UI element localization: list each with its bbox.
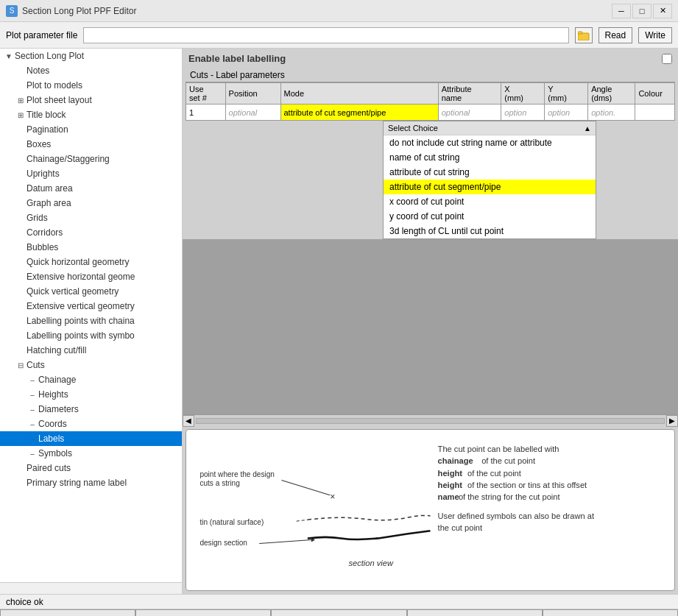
tree-item-paired-cuts[interactable]: Paired cuts — [0, 461, 182, 475]
h-scrollbar[interactable]: ◀ ▶ — [183, 414, 678, 426]
find-button[interactable]: Find — [271, 609, 406, 616]
cell-x[interactable]: option — [501, 105, 545, 121]
cell-attribute[interactable]: optional — [438, 105, 501, 121]
tree-item-quick-h-geom[interactable]: Quick horizontal geometry — [0, 255, 182, 269]
dropdown-header-label: Select Choice — [388, 124, 438, 132]
title-block-expander[interactable]: ⊞ — [15, 109, 27, 121]
heights-dash: – — [27, 389, 38, 400]
dropdown-close-icon[interactable]: ▲ — [584, 124, 591, 132]
cell-angle[interactable]: option. — [588, 105, 635, 121]
tree-item-grids[interactable]: Grids — [0, 210, 182, 225]
hatching-expander — [15, 344, 27, 356]
plot-button[interactable]: Plot — [0, 609, 135, 616]
cell-position[interactable]: optional — [225, 105, 280, 121]
chainage2-dash: – — [27, 374, 38, 386]
boxes-expander — [15, 138, 27, 150]
th-position: Position — [225, 83, 280, 105]
finish-button[interactable]: Finish — [407, 609, 543, 616]
tree-root[interactable]: ▼ Section Long Plot — [0, 49, 182, 63]
left-panel: ▼ Section Long Plot Notes Plot to models… — [0, 49, 183, 594]
tree-item-chainage2[interactable]: – Chainage — [0, 372, 182, 387]
tree-label-corridors: Corridors — [27, 227, 63, 238]
dropdown-item-5[interactable]: y coord of cut point — [384, 209, 596, 224]
enable-label-checkbox[interactable] — [662, 54, 672, 64]
read-button[interactable]: Read — [598, 27, 633, 43]
tree-item-corridors[interactable]: Corridors — [0, 225, 182, 240]
tree-item-ext-h-geom[interactable]: Extensive horizontal geome — [0, 269, 182, 284]
close-button[interactable]: ✕ — [653, 4, 672, 18]
scroll-right-button[interactable]: ▶ — [666, 415, 678, 427]
scroll-left-button[interactable]: ◀ — [183, 415, 194, 427]
tree-label-label-chaina: Labelling points with chaina — [27, 316, 135, 326]
dropdown-item-2[interactable]: attribute of cut string — [384, 165, 596, 180]
tree-item-datum-area[interactable]: Datum area — [0, 181, 182, 196]
tree-item-heights[interactable]: – Heights — [0, 387, 182, 402]
graph-area-expander — [15, 197, 27, 209]
tree-item-cuts[interactable]: ⊟ Cuts — [0, 358, 182, 372]
help-button[interactable]: Help — [543, 609, 678, 616]
tree-hscrollbar[interactable] — [0, 582, 182, 594]
folder-button[interactable] — [575, 27, 593, 43]
tree-item-title-block[interactable]: ⊞ Title block — [0, 107, 182, 122]
tree-root-expander[interactable]: ▼ — [3, 50, 15, 62]
plot-sheet-expander[interactable]: ⊞ — [15, 94, 27, 106]
th-mode: Mode — [280, 83, 438, 105]
coords-dash: – — [27, 418, 38, 430]
th-x-mm: X(mm) — [501, 83, 545, 105]
diagram-text-intro: The cut point can be labelled with — [438, 445, 559, 453]
plot-param-input[interactable] — [83, 27, 568, 43]
tree-item-symbols[interactable]: – Symbols — [0, 446, 182, 461]
tree-item-boxes[interactable]: Boxes — [0, 137, 182, 152]
cell-y[interactable]: option — [545, 105, 588, 121]
maximize-button[interactable]: □ — [632, 4, 651, 18]
diagram-design-section — [308, 531, 431, 539]
tree-label-quick-v-geom: Quick vertical geometry — [27, 286, 119, 297]
tree-item-quick-v-geom[interactable]: Quick vertical geometry — [0, 284, 182, 299]
right-panel: Enable label labelling Cuts - Label para… — [183, 49, 678, 594]
tree-item-chainage[interactable]: Chainage/Staggering — [0, 152, 182, 166]
diagram-design-arrow — [259, 539, 311, 543]
cuts-table: Useset # Position Mode Attributename X(m… — [186, 82, 675, 121]
calc-num-pages-button[interactable]: Calc Num of Pages — [135, 609, 271, 616]
tree-item-bubbles[interactable]: Bubbles — [0, 240, 182, 255]
scroll-track[interactable] — [196, 418, 665, 424]
tree-item-uprights[interactable]: Uprights — [0, 166, 182, 181]
minimize-button[interactable]: ─ — [612, 4, 631, 18]
tree-item-ext-v-geom[interactable]: Extensive vertical geometry — [0, 299, 182, 314]
diagram-text-chainage-bold: chainage — [438, 456, 473, 465]
labels-dash: – — [27, 433, 38, 445]
grids-expander — [15, 212, 27, 224]
dropdown-item-1[interactable]: name of cut string — [384, 150, 596, 165]
diagram-text-height-bold: height — [438, 469, 463, 478]
tree-item-diameters[interactable]: – Diameters — [0, 402, 182, 417]
tree-item-plot-sheet[interactable]: ⊞ Plot sheet layout — [0, 93, 182, 107]
tree-item-label-chaina[interactable]: Labelling points with chaina — [0, 314, 182, 328]
tree-item-notes[interactable]: Notes — [0, 63, 182, 78]
tree-container[interactable]: ▼ Section Long Plot Notes Plot to models… — [0, 49, 182, 582]
tree-item-pagination[interactable]: Pagination — [0, 122, 182, 137]
dropdown-item-0[interactable]: do not include cut string name or attrib… — [384, 135, 596, 150]
tree-item-plot-to-models[interactable]: Plot to models — [0, 78, 182, 93]
cuts-expander[interactable]: ⊟ — [15, 359, 27, 371]
dropdown-item-3[interactable]: attribute of cut segment/pipe — [384, 180, 596, 194]
write-button[interactable]: Write — [638, 27, 672, 43]
tree-item-hatching[interactable]: Hatching cut/fill — [0, 343, 182, 358]
tree-label-paired-cuts: Paired cuts — [27, 463, 71, 473]
app-icon: S — [6, 5, 18, 17]
diagram-design-label: design section — [199, 539, 247, 547]
tree-item-labels[interactable]: – Labels — [0, 431, 182, 446]
diameters-dash: – — [27, 403, 38, 415]
tree-item-coords[interactable]: – Coords — [0, 417, 182, 431]
cell-mode[interactable]: attribute of cut segment/pipe — [280, 105, 438, 121]
diagram-text-user1: User defined symbols can also be drawn a… — [438, 511, 594, 520]
cell-colour[interactable] — [635, 105, 675, 121]
symbols-dash: – — [27, 447, 38, 459]
diagram-area: The cut point can be labelled with chain… — [186, 429, 675, 591]
tree-item-label-symbo[interactable]: Labelling points with symbo — [0, 328, 182, 343]
tree-item-graph-area[interactable]: Graph area — [0, 196, 182, 210]
main-layout: ▼ Section Long Plot Notes Plot to models… — [0, 49, 678, 594]
tree-item-primary-string[interactable]: Primary string name label — [0, 475, 182, 490]
tree-label-bubbles: Bubbles — [27, 242, 58, 252]
dropdown-item-4[interactable]: x coord of cut point — [384, 194, 596, 209]
dropdown-item-6[interactable]: 3d length of CL until cut point — [384, 224, 596, 238]
